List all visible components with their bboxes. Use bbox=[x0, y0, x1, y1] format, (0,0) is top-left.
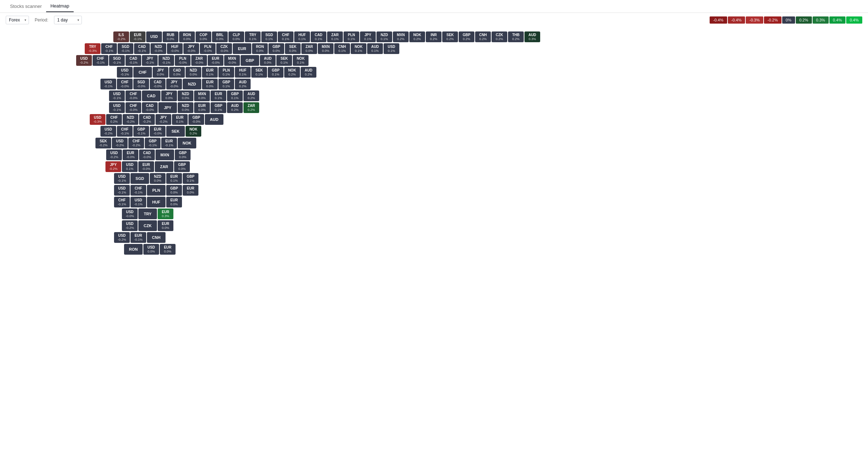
cell-nok-r1[interactable]: NOK0.2% bbox=[409, 31, 425, 42]
cell-eur-r5[interactable]: EUR0.0% bbox=[202, 79, 218, 89]
cell-cad-r7[interactable]: CAD-0.0% bbox=[142, 102, 158, 113]
label-jpy[interactable]: JPY bbox=[158, 102, 177, 113]
cell-czk-r2[interactable]: CZK-0.0% bbox=[216, 43, 232, 54]
cell-eur-r15[interactable]: EUR0.0% bbox=[166, 197, 182, 207]
cell-nzd-r3[interactable]: NZD-0.1% bbox=[158, 55, 174, 66]
cell-huf-r4[interactable]: HUF0.1% bbox=[235, 67, 251, 78]
cell-usd-r14[interactable]: USD-0.1% bbox=[114, 185, 130, 196]
cell-cad-r8[interactable]: CAD-0.2% bbox=[139, 114, 155, 125]
cell-eur-r8[interactable]: EUR0.1% bbox=[172, 114, 188, 125]
cell-huf-r1[interactable]: HUF0.1% bbox=[294, 31, 310, 42]
cell-chf-r8[interactable]: CHF0.2% bbox=[106, 114, 122, 125]
cell-eur-r14[interactable]: EUR0.0% bbox=[183, 185, 198, 196]
tab-stocks-scanner[interactable]: Stocks scanner bbox=[6, 1, 46, 12]
cell-chf-r15[interactable]: CHF-0.1% bbox=[114, 197, 130, 207]
cell-cad-r11[interactable]: CAD-0.0% bbox=[139, 149, 155, 160]
cell-inr[interactable]: INR0.2% bbox=[426, 31, 442, 42]
label-nzd[interactable]: NZD bbox=[183, 79, 201, 89]
cell-zar-r2[interactable]: ZAR0.0% bbox=[301, 43, 317, 54]
cell-pln-r1[interactable]: PLN0.1% bbox=[344, 31, 359, 42]
cell-mxn-r3[interactable]: MXN-0.0% bbox=[224, 55, 240, 66]
cell-cnh-r1[interactable]: CNH0.2% bbox=[475, 31, 491, 42]
cell-usd-r7[interactable]: USD-0.1% bbox=[109, 102, 125, 113]
cell-eur-r16[interactable]: EUR0.3% bbox=[158, 209, 173, 219]
cell-pln-r2[interactable]: PLN-0.0% bbox=[200, 43, 216, 54]
label-zar[interactable]: ZAR bbox=[155, 161, 173, 172]
cell-gbp-r2[interactable]: GBP0.0% bbox=[268, 43, 284, 54]
period-select[interactable]: 1 day 1 week 1 month bbox=[54, 16, 82, 24]
cell-eur-r3[interactable]: EUR-0.0% bbox=[208, 55, 223, 66]
cell-nzd-r1[interactable]: NZD0.1% bbox=[376, 31, 392, 42]
cell-usd-r9[interactable]: USD-0.2% bbox=[100, 126, 116, 137]
cell-chf-r14[interactable]: CHF-0.1% bbox=[130, 185, 146, 196]
cell-jpy-r5[interactable]: JPY-0.0% bbox=[166, 79, 182, 89]
cell-usd-r10[interactable]: USD-0.2% bbox=[112, 138, 128, 148]
cell-usd-r8[interactable]: USD-0.3% bbox=[90, 114, 105, 125]
cell-gbp-r11[interactable]: GBP0.0% bbox=[175, 149, 191, 160]
cell-mxn-r1[interactable]: MXN0.2% bbox=[393, 31, 409, 42]
cell-aud-r2[interactable]: AUD0.1% bbox=[367, 43, 383, 54]
cell-eur-r18[interactable]: EUR-0.1% bbox=[130, 232, 146, 243]
cell-chf-r1[interactable]: CHF0.1% bbox=[278, 31, 294, 42]
label-sgd[interactable]: SGD bbox=[130, 173, 149, 184]
label-czk[interactable]: CZK bbox=[138, 220, 157, 231]
cell-gbp-r5[interactable]: GBP0.1% bbox=[218, 79, 234, 89]
label-try[interactable]: TRY bbox=[138, 209, 157, 219]
cell-sek-r1[interactable]: SEK0.2% bbox=[442, 31, 458, 42]
cell-gbp-r4[interactable]: GBP0.1% bbox=[268, 67, 283, 78]
cell-chf-r9[interactable]: CHF-0.1% bbox=[117, 126, 133, 137]
cell-nok-r3[interactable]: NOK0.1% bbox=[293, 55, 309, 66]
cell-usd-r16[interactable]: USD-0.0% bbox=[122, 209, 138, 219]
cell-usd-r1[interactable]: USD bbox=[146, 31, 162, 42]
cell-nzd-r13[interactable]: NZD0.0% bbox=[150, 173, 166, 184]
cell-zar-r1[interactable]: ZAR0.1% bbox=[327, 31, 343, 42]
cell-sek-r2[interactable]: SEK0.0% bbox=[285, 43, 301, 54]
label-chf[interactable]: CHF bbox=[133, 67, 152, 78]
cell-usd-r5[interactable]: USD-0.1% bbox=[100, 79, 116, 89]
label-ron[interactable]: RON bbox=[124, 244, 143, 255]
cell-jpy-r1[interactable]: JPY0.1% bbox=[360, 31, 376, 42]
cell-thb[interactable]: THB0.2% bbox=[508, 31, 524, 42]
period-select-wrapper[interactable]: 1 day 1 week 1 month bbox=[54, 16, 82, 24]
cell-gbp-r9[interactable]: GBP-0.1% bbox=[133, 126, 149, 137]
label-cad[interactable]: CAD bbox=[142, 90, 161, 101]
cell-zar-r7[interactable]: ZAR0.2% bbox=[243, 102, 259, 113]
cell-nzd-r6[interactable]: NZD0.0% bbox=[178, 90, 193, 101]
cell-sgd-r5[interactable]: SGD-0.0% bbox=[133, 79, 149, 89]
cell-sgd-r1[interactable]: SGD0.1% bbox=[261, 31, 277, 42]
cell-brl[interactable]: BRL0.0% bbox=[212, 31, 228, 42]
label-huf[interactable]: HUF bbox=[147, 197, 166, 207]
cell-zar-r3[interactable]: ZAR-0.0% bbox=[191, 55, 207, 66]
cell-mxn-r2[interactable]: MXN0.0% bbox=[318, 43, 334, 54]
cell-ils[interactable]: ILS-0.2% bbox=[113, 31, 129, 42]
cell-eur-r9[interactable]: EUR-0.0% bbox=[150, 126, 166, 137]
cell-eur-r10[interactable]: EUR-0.1% bbox=[161, 138, 177, 148]
cell-rub[interactable]: RUB0.0% bbox=[163, 31, 178, 42]
cell-chf-r3[interactable]: CHF-0.1% bbox=[93, 55, 108, 66]
label-nok[interactable]: NOK bbox=[178, 138, 196, 148]
cell-usd-r2[interactable]: USD0.1% bbox=[384, 43, 399, 54]
cell-cad-r2[interactable]: CAD-0.1% bbox=[134, 43, 150, 54]
cell-cad-r5[interactable]: CAD-0.0% bbox=[150, 79, 166, 89]
label-sek[interactable]: SEK bbox=[166, 126, 185, 137]
cell-sek-r10[interactable]: SEK-0.2% bbox=[95, 138, 111, 148]
cell-cad-r1[interactable]: CAD0.1% bbox=[311, 31, 326, 42]
cell-usd-r6[interactable]: USD-0.1% bbox=[109, 90, 125, 101]
cell-eur-r19[interactable]: EUR0.0% bbox=[160, 244, 176, 255]
cell-chf-r6[interactable]: CHF-0.0% bbox=[125, 90, 141, 101]
cell-nok-r9[interactable]: NOK0.2% bbox=[186, 126, 201, 137]
cell-jpy-r8[interactable]: JPY-0.2% bbox=[156, 114, 171, 125]
cell-cop[interactable]: COP0.0% bbox=[196, 31, 211, 42]
cell-usd-r17[interactable]: USD-0.2% bbox=[122, 220, 138, 231]
cell-huf-r2[interactable]: HUF-0.0% bbox=[167, 43, 183, 54]
cell-try-r2[interactable]: TRY-0.3% bbox=[85, 43, 100, 54]
cell-eur-r17[interactable]: EUR0.0% bbox=[158, 220, 173, 231]
cell-sgd-r2[interactable]: SGD-0.1% bbox=[118, 43, 133, 54]
market-select-wrapper[interactable]: Forex bbox=[6, 16, 29, 24]
label-mxn[interactable]: MXN bbox=[156, 149, 174, 160]
tab-heatmap[interactable]: Heatmap bbox=[46, 0, 74, 12]
market-select[interactable]: Forex bbox=[6, 16, 29, 24]
cell-ron-r1[interactable]: RON0.0% bbox=[179, 31, 195, 42]
cell-jpy-r3[interactable]: JPY-0.1% bbox=[142, 55, 158, 66]
cell-gbp-r10[interactable]: GBP-0.1% bbox=[145, 138, 161, 148]
